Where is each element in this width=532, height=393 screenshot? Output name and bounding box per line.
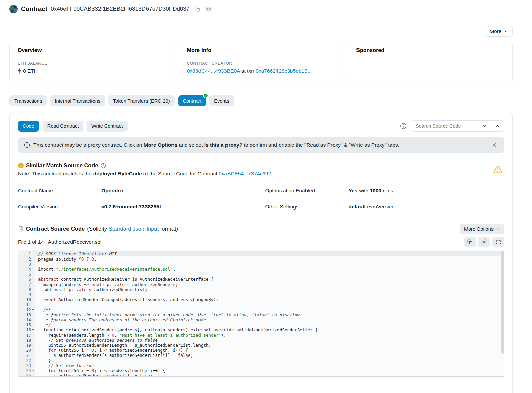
search-next-button[interactable] [478,121,491,131]
tab-token-transfers[interactable]: Token Transfers (ERC-20) [108,95,175,106]
contract-panel: Code Read Contract Write Contract [9,112,513,393]
ethereum-icon [18,68,21,74]
eth-balance-value: 0 ETH [23,68,38,74]
compiler-version-value: v0.7.6+commit.7338295f [101,204,161,210]
gutter-line: 1 [18,251,35,256]
gutter-line[interactable]: 24▾ [18,368,35,373]
source-format-text: (Solidity Standard Json-Input format) [87,226,178,232]
copy-icon [467,239,473,245]
similar-match-note: Note: This contract matches the deployed… [18,171,271,177]
file-label: File 1 of 14 : AuthorizedReceiver.sol [18,239,101,245]
compiler-version-label: Compiler Version [18,204,101,210]
page-header: Contract 0x46eFF99CAB332f1B2EB2Ff6813D67… [0,0,532,18]
code-lines[interactable]: // SPDX-License-Identifier: MITpragma so… [35,250,501,376]
gutter-line: 8 [18,287,35,292]
overview-title: Overview [18,47,166,53]
warning-triangle-icon [493,165,502,174]
gutter-line: 17 [18,333,35,338]
creator-address-link[interactable]: 0x83dC44...4933BE0A [187,68,240,74]
optimization-value: Yes with 1000 runs [349,188,393,194]
scrollbar-thumb[interactable] [501,251,504,354]
info-icon [24,142,30,148]
more-info-title: More Info [187,47,336,53]
chevron-down-icon [496,227,500,231]
sponsored-card: Sponsored [348,41,513,83]
gutter-line: 3 [18,262,35,267]
copy-address-icon[interactable] [195,6,201,12]
gutter-line: 23 [18,363,35,368]
contract-avatar [9,5,18,13]
gutter-line[interactable]: 20▾ [18,348,35,353]
similar-match-block: Similar Match Source Code Note: This con… [18,162,271,177]
gutter-line: 18 [18,338,35,343]
gutter-line: 9 [18,292,35,297]
resize-handle-icon[interactable] [500,370,504,376]
expand-button[interactable] [492,237,504,247]
code-line: require(senders.length > 0, "Must have a… [35,333,501,338]
sponsored-title: Sponsored [356,47,505,53]
creation-txn-link[interactable]: 0xa7662428c3b5eb13... [256,68,312,74]
code-line: // Set previous authorized senders to fa… [35,338,501,343]
gutter-line: 7 [18,282,35,287]
other-settings-value: default evmVersion [349,204,395,210]
code-line [35,292,501,297]
source-search-group [411,120,504,132]
code-line: * @param senders The addresses of the au… [35,317,501,322]
tab-contract[interactable]: Contract [178,95,206,106]
source-code-title: Contract Source Code [26,226,85,232]
code-line: for (uint256 i = 0; i < senders.length; … [35,368,501,373]
gutter-line: 4 [18,267,35,272]
code-line: pragma solidity ^0.7.0; [35,256,501,262]
code-line [35,272,501,277]
code-line: * @notice Sets the fulfillment permissio… [35,312,501,317]
tab-read-contract[interactable]: Read Contract [43,121,84,132]
json-input-link[interactable]: Standard Json-Input [108,226,159,232]
gutter-line[interactable]: 16▾ [18,327,35,333]
search-source-input[interactable] [411,121,478,131]
gutter-line: 13 [18,312,35,317]
gutter-line: 14 [18,317,35,322]
similar-contract-link[interactable]: 0xaBCE54...7374c692 [219,171,271,176]
code-line [35,302,501,307]
gutter-line[interactable]: 12▾ [18,307,35,312]
qr-code-icon[interactable] [206,6,211,12]
tab-code[interactable]: Code [18,121,39,132]
permalink-button[interactable] [478,237,490,247]
tab-internal-transactions[interactable]: Internal Transactions [50,95,105,106]
code-line: */ [35,322,501,327]
close-icon[interactable] [490,141,498,149]
more-button-label: More [490,28,501,34]
code-line: import "./interfaces/AuthorizedReceiverI… [35,267,501,272]
expand-icon [496,240,501,245]
code-line: } [35,358,501,363]
source-code-heading: Contract Source Code (Solidity Standard … [18,226,178,232]
search-prev-button[interactable] [491,121,504,131]
more-options-button[interactable]: More Options [460,224,504,234]
code-line: // SPDX-License-Identifier: MIT [35,251,501,256]
file-code-icon [18,226,24,232]
chevron-down-icon [504,29,508,33]
code-line: // Set new to true [35,363,501,368]
other-settings-label: Other Settings: [265,204,349,210]
eth-balance-label: ETH BALANCE [18,61,166,66]
more-options-label: More Options [464,226,494,232]
chevron-down-icon [482,124,487,128]
link-icon [481,239,487,245]
code-line: uint256 authorizedSendersLength = s_auth… [35,343,501,348]
question-circle-icon[interactable] [101,163,106,168]
tab-transactions[interactable]: Transactions [9,95,47,106]
gutter-line: 5 [18,272,35,277]
copy-source-button[interactable] [464,237,476,247]
code-line: address[] private s_authorizedSenderList… [35,287,501,292]
editor-scrollbar[interactable] [501,250,504,376]
gutter-line: 21 [18,353,35,358]
more-button[interactable]: More [485,26,513,37]
code-gutter[interactable]: 123456▾789101112▾13141516▾17181920▾21222… [18,250,35,376]
source-code-editor[interactable]: 123456▾789101112▾13141516▾17181920▾21222… [18,250,504,377]
gutter-line: 22 [18,358,35,363]
tab-events[interactable]: Events [209,95,234,106]
gutter-line[interactable]: 6▾ [18,277,35,282]
contract-metadata: Contract Name: Operator Compiler Version… [18,183,504,215]
tab-write-contract[interactable]: Write Contract [87,121,127,132]
help-icon[interactable] [400,123,407,129]
